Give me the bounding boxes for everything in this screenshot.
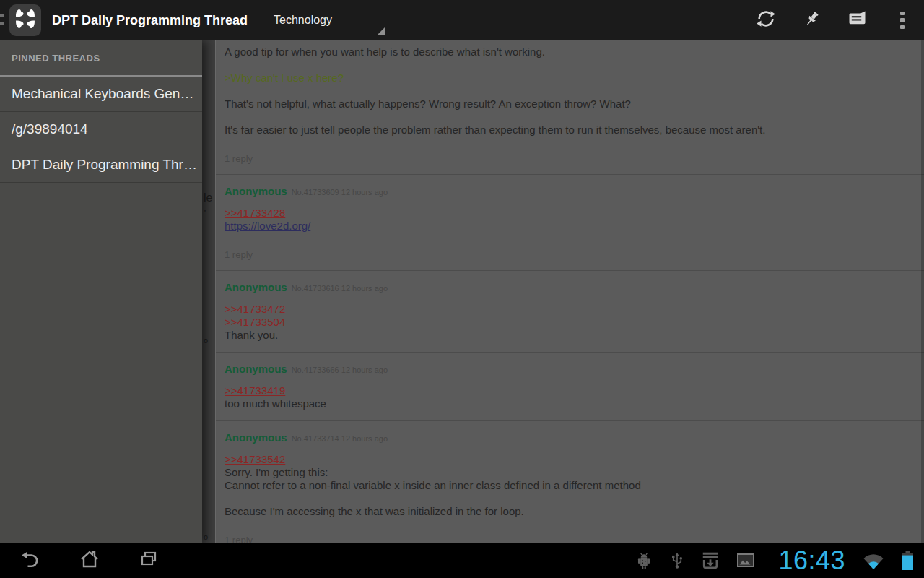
scroll-edge	[921, 40, 924, 543]
back-icon	[19, 548, 41, 573]
overflow-menu-icon	[900, 12, 905, 16]
post-header: AnonymousNo.41733666 12 hours ago	[225, 363, 912, 376]
post: AnonymousNo.41733666 12 hours ago>>41733…	[216, 353, 924, 421]
post: AnonymousNo.41733609 12 hours ago>>41733…	[216, 175, 924, 271]
action-bar: DPT Daily Programming Thread Technology	[0, 0, 924, 40]
wifi-icon	[861, 551, 886, 571]
occluded-text-fragment: o	[204, 533, 208, 541]
app-logo-button[interactable]	[9, 4, 41, 36]
post-text: too much whitespace	[225, 397, 912, 410]
post-header: AnonymousNo.41733616 12 hours ago	[225, 281, 912, 294]
post-meta: No.41733666 12 hours ago	[292, 366, 388, 374]
post-text: Thank you.	[225, 329, 912, 342]
pin-icon	[803, 10, 821, 31]
pinned-thread-item[interactable]: DPT Daily Programming Thr…	[0, 147, 202, 183]
pin-button[interactable]	[802, 11, 821, 30]
refresh-button[interactable]	[757, 11, 775, 30]
post-header: AnonymousNo.41733609 12 hours ago	[225, 185, 912, 198]
post-header: AnonymousNo.41733714 12 hours ago	[225, 431, 912, 444]
reply-count: 1 reply	[225, 153, 912, 164]
blank-line	[225, 59, 912, 72]
thread-title: DPT Daily Programming Thread	[52, 13, 248, 28]
post-meta: No.41733616 12 hours ago	[292, 284, 388, 293]
thread-panel[interactable]: A good tip for when you want help is to …	[215, 40, 924, 543]
home-button[interactable]	[78, 549, 101, 572]
drawer-items: Mechanical Keyboards Gen…/g/39894014DPT …	[0, 77, 202, 183]
quote-link[interactable]: >>41733542	[225, 453, 912, 466]
download-icon	[700, 551, 720, 570]
occluded-text-fragment: o	[204, 337, 208, 345]
post-meta: No.41733714 12 hours ago	[292, 434, 388, 443]
clover-icon	[11, 4, 40, 36]
status-tray[interactable]: 16:43	[634, 548, 924, 574]
post-list: A good tip for when you want help is to …	[216, 40, 924, 543]
drawer-header: PINNED THREADS	[0, 40, 202, 77]
usb-icon	[670, 551, 684, 570]
screenshot-icon	[736, 553, 755, 569]
post-meta: No.41733609 12 hours ago	[292, 188, 388, 197]
quote-link[interactable]: >>41733419	[225, 384, 912, 397]
pinned-thread-item[interactable]: /g/39894014	[0, 112, 202, 147]
nav-buttons	[0, 549, 160, 572]
quote-link[interactable]: >>41733472	[225, 303, 912, 316]
post-text: A good tip for when you want help is to …	[225, 46, 912, 59]
post: AnonymousNo.41733616 12 hours ago>>41733…	[216, 271, 924, 353]
reply-count: 1 reply	[225, 535, 912, 543]
reply-icon	[847, 11, 866, 30]
recents-icon	[138, 548, 160, 573]
drawer-under-strip: le’oo	[202, 40, 215, 543]
refresh-icon	[757, 9, 775, 31]
overflow-menu-button[interactable]	[893, 11, 912, 30]
drawer-handle-icon[interactable]	[0, 14, 4, 29]
greentext-quote: >Why can't I use x here?	[225, 72, 912, 85]
occluded-text-fragment: ’	[204, 209, 206, 220]
home-icon	[79, 548, 100, 573]
post-author: Anonymous	[225, 185, 287, 197]
quote-link[interactable]: >>41733504	[225, 316, 912, 329]
pinned-thread-item[interactable]: Mechanical Keyboards Gen…	[0, 77, 202, 112]
post-text: That's not helpful, what actually happen…	[225, 98, 912, 111]
spinner-caret-icon	[378, 27, 385, 35]
post: AnonymousNo.41733714 12 hours ago>>41733…	[216, 421, 924, 543]
url-link[interactable]: https://love2d.org/	[225, 220, 912, 233]
board-spinner[interactable]: Technology	[274, 0, 388, 40]
post-text: Because I'm accessing the x that was ini…	[225, 505, 912, 518]
pinned-threads-drawer: PINNED THREADS Mechanical Keyboards Gen……	[0, 40, 202, 543]
post-text: It's far easier to just tell people the …	[225, 124, 912, 137]
battery-icon	[902, 551, 914, 571]
blank-line	[225, 492, 912, 505]
blank-line	[225, 85, 912, 98]
back-button[interactable]	[19, 549, 42, 572]
blank-line	[225, 111, 912, 124]
app-screen: DPT Daily Programming Thread Technology	[0, 0, 924, 578]
board-name: Technology	[274, 14, 332, 27]
occluded-text-fragment: le	[204, 192, 212, 204]
post-author: Anonymous	[225, 281, 287, 293]
clock: 16:43	[778, 548, 845, 574]
post-author: Anonymous	[225, 431, 287, 444]
post-text: Cannot refer to a non-final variable x i…	[225, 479, 912, 492]
reply-count: 1 reply	[225, 249, 912, 260]
quote-link[interactable]: >>41733428	[225, 207, 912, 220]
reply-button[interactable]	[847, 11, 866, 30]
post-text: Sorry. I'm getting this:	[225, 466, 912, 479]
actionbar-actions	[757, 11, 924, 30]
recents-button[interactable]	[137, 549, 160, 572]
system-bar: 16:43	[0, 543, 924, 578]
android-debug-icon	[634, 551, 654, 570]
post: A good tip for when you want help is to …	[216, 40, 924, 175]
post-author: Anonymous	[225, 363, 287, 375]
